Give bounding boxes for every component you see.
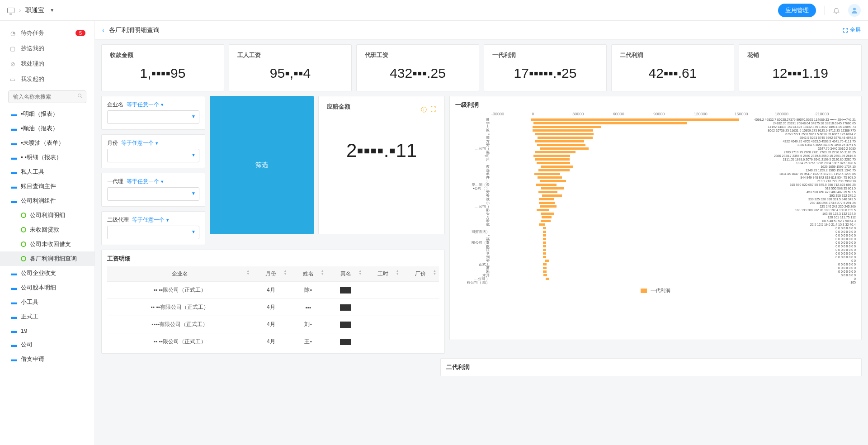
folder-item[interactable]: ▬账目查询主件 (0, 179, 94, 194)
chart-bar (546, 278, 549, 280)
folder-item[interactable]: ▬公司企业收支 (0, 266, 94, 280)
chart-row: ▪司2360 2338.7 2356.5 2550 2339.5 2550.15… (455, 154, 856, 158)
filter-select[interactable] (107, 110, 199, 124)
chart-bar (543, 249, 547, 251)
chart-row: 冬0 0 0 0 0 0 0 0 (455, 252, 856, 256)
chart-category: 恩 (455, 129, 491, 133)
chart-category: 冬 (455, 252, 491, 256)
chart-category: … (455, 227, 491, 230)
table-header[interactable]: 工时▲▼ (364, 266, 401, 282)
chart-category: 朱 (455, 270, 491, 274)
chart-values: 0 0 0 0 0 0 0 0 (835, 230, 856, 234)
chart-category: 啟 (455, 245, 491, 248)
nav-initiated[interactable]: ▭ 我发起的 (0, 71, 94, 87)
manage-app-button[interactable]: 应用管理 (778, 4, 816, 17)
folder-item[interactable]: ▬公司股本明细 (0, 280, 94, 295)
folder-item[interactable]: ▬▪明细（报表） (0, 107, 94, 121)
chart-category: ▪ (455, 133, 491, 136)
folder-item[interactable]: ▬借支申请 (0, 352, 94, 366)
folder-subitem[interactable]: 各厂利润明细查询 (0, 251, 94, 266)
caret-down-icon[interactable]: ▼ (50, 8, 54, 13)
expand-icon[interactable]: ⛶ (430, 106, 436, 114)
folder-subitem[interactable]: 公司利润明细 (0, 208, 94, 222)
folder-item[interactable]: ▬▪ ▪明细（报表） (0, 150, 94, 165)
folder-item[interactable]: ▬正式工 (0, 309, 94, 324)
search-input[interactable] (8, 90, 86, 103)
folder-label: 小工具 (21, 298, 38, 306)
filter-button[interactable]: 筛选 (210, 96, 314, 234)
chart-bar (545, 260, 549, 262)
chart-category: 惠 (455, 151, 491, 154)
chart-row: 劳453 500 450 479 480 487.25 507.5 (455, 190, 856, 194)
filter-select[interactable] (107, 226, 199, 239)
folder-item[interactable]: ▬公司利润组件 (0, 194, 94, 208)
chart-row: 江0 0 0 0 0 0 0 0 (455, 248, 856, 252)
chart-category: 选 (455, 169, 491, 172)
chart-row: 劳0 0 (455, 259, 856, 263)
chart-values: 3886 4284.6 3656 3439.5 3490.75 3751.5 (797, 143, 856, 147)
filter-label: 月份 等于任意一个▼ (107, 139, 199, 147)
yingkui-value: 2▪▪▪▪.▪11 (327, 140, 436, 161)
sort-icon: ▲▼ (396, 269, 399, 275)
app-name[interactable]: 职通宝 (25, 6, 44, 14)
chart-bar (533, 126, 601, 128)
top-bar: › 职通宝 ▼ 应用管理 (0, 0, 868, 21)
breadcrumb: › 职通宝 ▼ (7, 6, 54, 14)
folder-subitem[interactable]: 公司未收回借支 (0, 237, 94, 251)
table-header[interactable]: 月份▲▼ (252, 266, 289, 282)
folder-item[interactable]: ▬▪顺油（报表） (0, 121, 94, 136)
caret-down-icon[interactable]: ▼ (191, 229, 196, 234)
table-row[interactable]: ▪▪▪▪有限公司（正式工）4月刘▪▪▪ (107, 316, 439, 333)
filter-select[interactable] (107, 187, 199, 201)
chart-bar (538, 191, 557, 193)
nav-handled[interactable]: ⊘ 我处理的 (0, 56, 94, 71)
avatar[interactable] (848, 4, 861, 17)
table-body: ▪▪ ▪▪限公司（正式工）4月陈▪▪▪▪▪ ▪▪有限公司（正式工）4月▪▪▪▪▪… (107, 282, 439, 348)
chart-bar (543, 241, 547, 244)
kpi-label: 工人工资 (237, 51, 343, 59)
salary-table: 企业名▲▼月份▲▼姓名▲▼真名▲▼工时▲▼厂价▲▼ ▪▪ ▪▪限公司（正式工）4… (107, 266, 439, 348)
bell-icon[interactable] (833, 7, 840, 14)
chart-values: 393 350 352 375.2 (830, 194, 856, 198)
caret-down-icon[interactable]: ▼ (191, 152, 196, 157)
chart-bar (531, 118, 740, 121)
fullscreen-button[interactable]: 全屏 (843, 26, 861, 34)
folder-item[interactable]: ▬小工具 (0, 295, 94, 309)
back-arrow-icon[interactable]: ‹ (102, 27, 104, 34)
table-header[interactable]: 姓名▲▼ (289, 266, 326, 282)
table-row[interactable]: ▪▪ ▪▪限公司（正式工）4月王▪▪▪ (107, 333, 439, 348)
chart-values: 2111.55 1988.6 2079 2041 2109.5 2120.85 … (783, 158, 856, 161)
folder-list: ▬▪明细（报表）▬▪顺油（报表）▬▪未喷油（表单）▬▪ ▪明细（报表）▬私人工具… (0, 107, 94, 366)
chart-category: ▪公司（ ） (455, 187, 491, 190)
folder-item[interactable]: ▬▪未喷油（表单） (0, 136, 94, 150)
folder-subitem[interactable]: 未收回贷款 (0, 222, 94, 237)
legend-label: 一代利润 (651, 288, 670, 293)
chart-values: 339 325 328 330 331.5 340 343.5 (808, 198, 856, 201)
folder-item[interactable]: ▬公司 (0, 337, 94, 352)
folder-label: 各厂利润明细查询 (30, 255, 77, 263)
nav-label: 待办任务 (21, 29, 44, 37)
folder-item[interactable]: ▬19 (0, 324, 94, 337)
caret-down-icon[interactable]: ▼ (191, 191, 196, 196)
table-header[interactable]: 厂价▲▼ (402, 266, 439, 282)
chart-values: 0 0 0 0 0 0 0 (838, 270, 856, 274)
chart-values: 518 550 568.35 601.5 (825, 187, 856, 190)
folder-icon: ▬ (11, 110, 17, 118)
table-row[interactable]: ▪▪ ▪▪有限公司（正式工）4月▪▪▪▪▪ (107, 299, 439, 316)
sort-icon: ▲▼ (283, 269, 287, 275)
table-header[interactable]: 企业名▲▼ (107, 266, 252, 282)
content-area: ‹ 各厂利润明细查询 全屏 收款金额1,▪▪▪▪95工人工资95▪,▪▪4代班工… (95, 21, 868, 445)
chart-row: 惠2700 2719.75 2768 2781 2763.85 2726.65 … (455, 151, 856, 154)
caret-down-icon[interactable]: ▼ (191, 114, 196, 119)
table-row[interactable]: ▪▪ ▪▪限公司（正式工）4月陈▪▪▪ (107, 282, 439, 299)
nav-cc-me[interactable]: ▢ 抄送我的 (0, 41, 94, 56)
folder-item[interactable]: ▬私人工具 (0, 165, 94, 179)
table-header[interactable]: 真名▲▼ (327, 266, 365, 282)
folder-icon: ▬ (11, 183, 17, 190)
chart-category: 头 (455, 212, 491, 216)
nav-pending-tasks[interactable]: ◔ 待办任务 5 (0, 25, 94, 41)
chart-values: 0 0 0 0 0 0 0 (838, 266, 856, 270)
warning-icon[interactable]: ⓘ (421, 106, 427, 114)
filter-select[interactable] (107, 149, 199, 162)
folder-label: ▪明细（报表） (21, 110, 58, 118)
